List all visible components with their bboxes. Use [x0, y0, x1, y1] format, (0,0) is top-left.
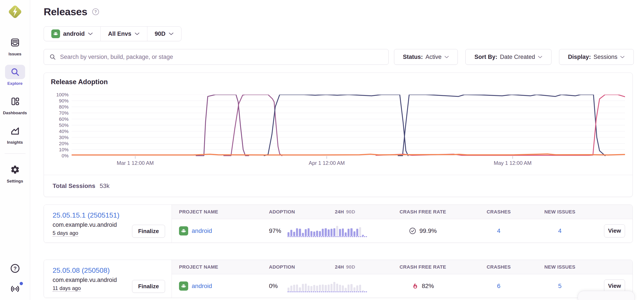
sparkline-bar [356, 229, 358, 236]
sparkline-bar [362, 235, 364, 236]
sidebar-item-insights[interactable]: Insights [5, 124, 25, 145]
environment-filter[interactable]: All Envs [100, 27, 147, 41]
sparkline-bar [330, 229, 332, 236]
sparkline-bar [356, 285, 358, 291]
sparkline-bar [293, 285, 295, 291]
col-project-name: PROJECT NAME [172, 264, 269, 270]
sparkline-bar [308, 228, 310, 236]
y-axis-tick: 100% [51, 92, 68, 98]
chart-title: Release Adoption [51, 78, 108, 86]
date-range-filter[interactable]: 90D [147, 27, 182, 41]
status-dropdown[interactable]: Status: Active [394, 49, 458, 65]
release-version-link[interactable]: 25.05.08 (250508) [52, 266, 172, 275]
col-project-name: PROJECT NAME [172, 209, 269, 215]
sentry-logo-icon[interactable] [8, 4, 22, 20]
col-new-issues: NEW ISSUES [516, 264, 604, 270]
release-created-date[interactable]: 5 days ago [52, 230, 78, 237]
sparkline-bar [345, 232, 347, 236]
col-crash-free-rate: CRASH FREE RATE [364, 209, 482, 215]
col-new-issues: NEW ISSUES [516, 209, 604, 215]
chevron-down-icon [88, 32, 93, 35]
issues-inbox-icon [10, 37, 20, 47]
sort-by-dropdown-label: Sort By: [474, 54, 497, 60]
sparkline-bar [339, 285, 341, 291]
sparkline-bar [308, 286, 310, 291]
sparkline-bar [350, 228, 352, 236]
release-created-date[interactable]: 11 days ago [52, 285, 81, 292]
sparkline-bar [324, 228, 326, 236]
crash-free-rate-cell: 99.9% [364, 227, 482, 235]
chevron-down-icon [538, 55, 542, 59]
release-table-header: PROJECT NAME ADOPTION 24H90D CRASH FREE … [172, 205, 632, 219]
sparkline-bar [296, 228, 298, 236]
sparkline-bar [354, 231, 356, 236]
help-circle-icon[interactable]: ? [92, 8, 100, 16]
sparkline-bar [310, 286, 312, 291]
sparkline-bar [299, 229, 301, 236]
search-icon [49, 53, 56, 60]
crashes-link[interactable]: 4 [482, 227, 516, 234]
sparkline-bar [288, 288, 290, 291]
search-input[interactable] [60, 54, 383, 60]
status-dropdown-label: Status: [403, 54, 423, 60]
finalize-button[interactable]: Finalize [132, 280, 165, 293]
sparkline-bar [290, 230, 292, 236]
settings-gear-icon [10, 165, 20, 174]
sparkline-bar [342, 228, 344, 236]
sparkline-bar [290, 286, 292, 291]
broadcast-icon[interactable] [10, 284, 20, 294]
sidebar-divider [4, 153, 26, 154]
sidebar-item-explore[interactable]: Explore [5, 65, 25, 86]
sidebar-item-settings[interactable]: Settings [5, 162, 25, 184]
sidebar-nav: Issues Explore Dashboards [3, 35, 27, 192]
sparkline-bar [359, 285, 361, 291]
project-filter[interactable]: android [44, 27, 100, 41]
sparkline-bar [342, 285, 344, 291]
y-axis-tick: 10% [51, 147, 68, 152]
y-axis-tick: 60% [51, 116, 68, 122]
chart-x-axis: Mar 1 12:00 AMApr 1 12:00 AMMay 1 12:00 … [72, 160, 625, 167]
sort-by-dropdown-value: Date Created [500, 54, 535, 60]
release-version-link[interactable]: 25.05.15.1 (2505151) [52, 211, 172, 219]
help-circle-icon[interactable]: ? [10, 263, 20, 273]
crash-free-rate-cell: 82% [364, 283, 482, 290]
adoption-value: 0% [269, 283, 288, 290]
sparkline-bar [336, 284, 338, 291]
adoption-chart: 100%90%80%70%60%50%40%30%20%10%0% Mar 1 … [51, 95, 625, 162]
main-content: Releases ? android [30, 0, 644, 300]
sparkline-bar [319, 285, 321, 291]
new-issues-link[interactable]: 4 [516, 227, 604, 234]
sparkline-bar [324, 285, 326, 291]
col-24h-90d: 24H90D [335, 264, 364, 270]
page-filter-bar: android All Envs 90D [44, 26, 182, 41]
sparkline-bar [316, 286, 318, 291]
crash-free-rate-value: 99.9% [419, 227, 436, 234]
sparkline-bar [293, 232, 295, 236]
sidebar-item-dashboards[interactable]: Dashboards [3, 94, 27, 115]
sort-by-dropdown[interactable]: Sort By: Date Created [466, 49, 552, 65]
chart-y-axis: 100%90%80%70%60%50%40%30%20%10%0% [51, 95, 72, 156]
fire-icon [412, 283, 419, 290]
view-button[interactable]: View [604, 224, 625, 237]
release-card: 25.05.08 (250508) com.example.vu.android… [44, 260, 633, 298]
sparkline-bar [350, 284, 352, 291]
project-link[interactable]: android [192, 283, 212, 290]
sessions-sparkline [288, 280, 364, 292]
sparkline-bar [333, 282, 335, 291]
sparkline-bar [319, 231, 321, 236]
sidebar-item-issues[interactable]: Issues [5, 35, 25, 56]
x-axis-tick: Mar 1 12:00 AM [117, 160, 154, 166]
display-dropdown-value: Sessions [594, 54, 618, 60]
display-dropdown[interactable]: Display: Sessions [559, 49, 634, 65]
project-link[interactable]: android [192, 227, 212, 234]
y-axis-tick: 40% [51, 129, 68, 134]
adoption-value: 97% [269, 227, 288, 234]
sparkline-bar [336, 226, 338, 236]
floating-widget-partial[interactable] [578, 291, 635, 300]
release-summary: 25.05.15.1 (2505151) com.example.vu.andr… [44, 205, 172, 242]
finalize-button[interactable]: Finalize [132, 225, 165, 238]
view-button[interactable]: View [604, 280, 625, 293]
new-issues-link[interactable]: 5 [516, 283, 604, 290]
crashes-link[interactable]: 6 [482, 283, 516, 290]
sparkline-bar [288, 232, 290, 236]
